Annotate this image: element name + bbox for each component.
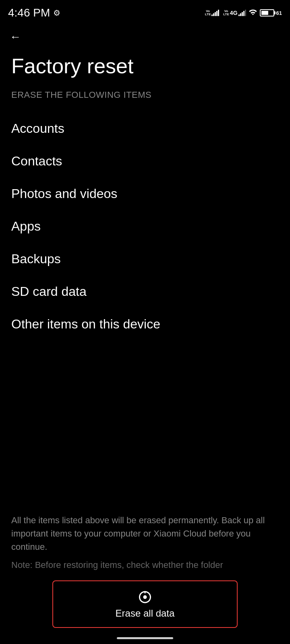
volte-signal-2: Vo LTE 4G	[223, 10, 246, 16]
list-item-backups[interactable]: Backups	[0, 243, 290, 275]
status-icons: Vo LTE Vo LTE 4G	[205, 8, 282, 17]
list-item-accounts[interactable]: Accounts	[0, 112, 290, 145]
list-item-contacts[interactable]: Contacts	[0, 145, 290, 178]
signal-bars-1	[211, 10, 219, 16]
status-time: 4:46 PM	[8, 6, 50, 19]
erase-btn-container: Erase all data	[52, 580, 238, 628]
svg-rect-1	[145, 591, 146, 594]
svg-point-0	[143, 595, 147, 599]
back-arrow-icon: ←	[10, 31, 21, 43]
signal-bars-2	[238, 10, 246, 16]
list-item-apps[interactable]: Apps	[0, 210, 290, 243]
erase-icon	[138, 589, 152, 604]
volte-signal-1: Vo LTE	[205, 10, 220, 16]
warning-section: All the items listed above will be erase…	[0, 506, 290, 580]
status-bar: 4:46 PM ⚙ Vo LTE Vo LTE 4G	[0, 0, 290, 24]
erase-items-list: Accounts Contacts Photos and videos Apps…	[0, 108, 290, 345]
battery-percent: 61	[276, 10, 282, 16]
erase-all-data-button[interactable]: Erase all data	[52, 580, 238, 628]
warning-note-text: Note: Before restoring items, check whet…	[11, 558, 279, 572]
battery-container: 61	[260, 9, 282, 17]
page-title: Factory reset	[0, 47, 290, 90]
erase-section-header: ERASE THE FOLLOWING ITEMS	[0, 90, 290, 108]
back-button[interactable]: ←	[0, 24, 290, 47]
battery-level	[261, 11, 268, 15]
erase-btn-label: Erase all data	[116, 608, 175, 619]
wifi-icon	[249, 8, 257, 17]
battery-icon	[260, 9, 274, 17]
battery-tip	[274, 11, 276, 14]
list-item-photos-videos[interactable]: Photos and videos	[0, 178, 290, 210]
gear-icon: ⚙	[53, 8, 60, 18]
list-item-other-items[interactable]: Other items on this device	[0, 308, 290, 341]
home-indicator	[117, 637, 173, 639]
list-item-sd-card-data[interactable]: SD card data	[0, 275, 290, 308]
warning-primary-text: All the items listed above will be erase…	[11, 514, 279, 553]
